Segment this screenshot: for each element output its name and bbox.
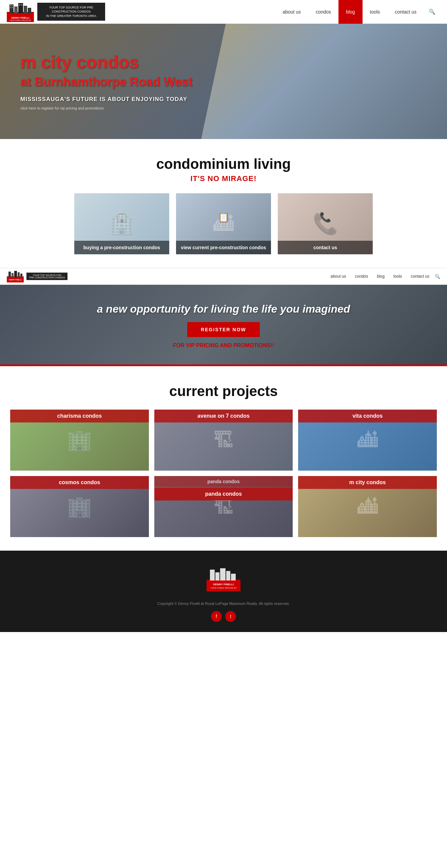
footer-logo-icon[interactable]: DENNY FINELLI YOUR CONDO SPECIALIST bbox=[207, 568, 240, 591]
svg-rect-19 bbox=[18, 272, 20, 277]
site-footer: DENNY FINELLI YOUR CONDO SPECIALIST Copy… bbox=[0, 551, 447, 632]
mini-nav-contact[interactable]: contact us bbox=[407, 274, 433, 279]
hero-tagline: MISSISSAUGA'S FUTURE IS ABOUT ENJOYING T… bbox=[20, 96, 427, 103]
mini-nav-tools[interactable]: tools bbox=[390, 274, 405, 279]
svg-text:YOUR CONDO SPECIALIST: YOUR CONDO SPECIALIST bbox=[9, 19, 32, 21]
project-label-panda-top: panda condos bbox=[154, 476, 293, 487]
svg-rect-27 bbox=[226, 571, 230, 580]
project-label-panda-main: panda condos bbox=[154, 488, 293, 500]
mini-search-icon[interactable]: 🔍 bbox=[435, 274, 440, 279]
register-vip-text: FOR VIP PRICING AND PROMOTIONS!! bbox=[173, 342, 274, 349]
card-icon-1: 🏢 bbox=[116, 212, 128, 223]
card-contact[interactable]: 📞 📞 contact us bbox=[278, 193, 373, 254]
condo-cards-row: 🏢 🏢 buying a pre-construction condos 🏙 📋… bbox=[14, 193, 433, 254]
mini-nav: about us condos blog tools contact us 🔍 bbox=[327, 274, 441, 279]
project-label-charisma: charisma condos bbox=[10, 410, 149, 422]
footer-copyright: Copyright © Denny Finelli at Royal LePag… bbox=[7, 601, 440, 606]
register-section: a new opportunity for living the life yo… bbox=[0, 285, 447, 366]
svg-rect-16 bbox=[8, 272, 11, 277]
svg-rect-25 bbox=[215, 572, 219, 580]
register-headline: a new opportunity for living the life yo… bbox=[97, 303, 350, 315]
svg-rect-7 bbox=[28, 8, 31, 13]
card-buying[interactable]: 🏢 🏢 buying a pre-construction condos bbox=[74, 193, 169, 254]
current-projects-section: current projects 🏢 charisma condos 🏗 ave… bbox=[0, 366, 447, 551]
nav-tools[interactable]: tools bbox=[363, 0, 388, 24]
hero-title: m city condos bbox=[20, 53, 427, 72]
mini-nav-about[interactable]: about us bbox=[327, 274, 350, 279]
twitter-button[interactable]: t bbox=[225, 611, 236, 622]
mini-nav-condos[interactable]: condos bbox=[352, 274, 372, 279]
footer-socials: f t bbox=[7, 611, 440, 622]
facebook-button[interactable]: f bbox=[211, 611, 222, 622]
project-label-panda-double: panda condos panda condos bbox=[154, 476, 293, 500]
hero-section: m city condos at Burnhamthorpe Road West… bbox=[0, 24, 447, 139]
projects-grid: 🏢 charisma condos 🏗 avenue on 7 condos 🏙… bbox=[10, 410, 437, 537]
project-mcity[interactable]: 🏙 m city condos bbox=[298, 476, 437, 537]
header-tagline: YOUR TOP SOURCE FOR PRE CONSTRUCTION CON… bbox=[37, 3, 105, 21]
register-now-button[interactable]: REGISTER NOW bbox=[187, 322, 260, 337]
mini-logo: DENNY FINELLI YOUR TOP SOURCE FORPRE CON… bbox=[7, 270, 67, 282]
svg-rect-10 bbox=[10, 7, 11, 8]
svg-rect-12 bbox=[19, 4, 20, 5]
card-label-1: buying a pre-construction condos bbox=[74, 241, 169, 254]
logo-area: DENNY FINELLI YOUR CONDO SPECIALIST YOUR… bbox=[7, 2, 105, 22]
hero-subtitle: at Burnhamthorpe Road West bbox=[20, 75, 427, 89]
project-label-cosmos: cosmos condos bbox=[10, 476, 149, 489]
mini-logo-icon[interactable]: DENNY FINELLI bbox=[7, 270, 24, 282]
site-header: DENNY FINELLI YOUR CONDO SPECIALIST YOUR… bbox=[0, 0, 447, 24]
project-cosmos[interactable]: 🏢 cosmos condos bbox=[10, 476, 149, 537]
condo-living-section: condominium living IT'S NO MIRAGE! 🏢 🏢 b… bbox=[0, 139, 447, 268]
nav-condos[interactable]: condos bbox=[308, 0, 338, 24]
svg-rect-28 bbox=[231, 574, 236, 580]
svg-rect-17 bbox=[12, 273, 14, 277]
card-icon-2: 📋 bbox=[218, 212, 230, 223]
svg-rect-20 bbox=[20, 274, 22, 277]
card-view-condos[interactable]: 🏙 📋 view current pre-construction condos bbox=[176, 193, 271, 254]
svg-text:YOUR CONDO SPECIALIST: YOUR CONDO SPECIALIST bbox=[210, 587, 237, 589]
svg-rect-26 bbox=[220, 568, 226, 580]
svg-text:DENNY FINELLI: DENNY FINELLI bbox=[9, 279, 22, 281]
nav-about[interactable]: about us bbox=[275, 0, 308, 24]
mini-tagline: YOUR TOP SOURCE FORPRE CONSTRUCTION COND… bbox=[26, 273, 67, 280]
mini-nav-bar: DENNY FINELLI YOUR TOP SOURCE FORPRE CON… bbox=[0, 268, 447, 285]
project-label-avenue7: avenue on 7 condos bbox=[154, 410, 293, 422]
project-panda[interactable]: 🏗 panda condos panda condos bbox=[154, 476, 293, 537]
current-projects-heading: current projects bbox=[10, 383, 437, 399]
card-label-3: contact us bbox=[278, 241, 373, 254]
nav-blog[interactable]: blog bbox=[338, 0, 362, 24]
card-label-2: view current pre-construction condos bbox=[176, 241, 271, 254]
project-label-mcity: m city condos bbox=[298, 476, 437, 489]
condo-living-heading: condominium living bbox=[14, 156, 433, 172]
svg-rect-6 bbox=[24, 6, 27, 13]
svg-rect-11 bbox=[12, 7, 13, 8]
logo-icon[interactable]: DENNY FINELLI YOUR CONDO SPECIALIST bbox=[7, 2, 34, 22]
project-vita[interactable]: 🏙 vita condos bbox=[298, 410, 437, 471]
main-nav: about us condos blog tools contact us 🔍 bbox=[275, 0, 440, 24]
project-avenue7[interactable]: 🏗 avenue on 7 condos bbox=[154, 410, 293, 471]
svg-rect-18 bbox=[14, 271, 17, 277]
search-icon[interactable]: 🔍 bbox=[424, 8, 440, 15]
project-label-vita: vita condos bbox=[298, 410, 437, 422]
svg-text:DENNY FINELLI: DENNY FINELLI bbox=[213, 583, 234, 586]
svg-rect-24 bbox=[210, 570, 215, 580]
svg-rect-8 bbox=[10, 5, 11, 6]
hero-cta-link[interactable]: click here to register for vip pricing a… bbox=[20, 106, 427, 110]
mini-nav-blog[interactable]: blog bbox=[373, 274, 388, 279]
condo-living-subheading: IT'S NO MIRAGE! bbox=[14, 174, 433, 183]
card-icon-3: 📞 bbox=[319, 212, 331, 223]
svg-text:DENNY FINELLI: DENNY FINELLI bbox=[12, 17, 30, 19]
svg-rect-13 bbox=[21, 4, 22, 5]
nav-contact[interactable]: contact us bbox=[387, 0, 424, 24]
svg-rect-4 bbox=[14, 6, 18, 13]
svg-rect-3 bbox=[9, 4, 14, 13]
svg-rect-9 bbox=[12, 5, 13, 6]
project-charisma[interactable]: 🏢 charisma condos bbox=[10, 410, 149, 471]
